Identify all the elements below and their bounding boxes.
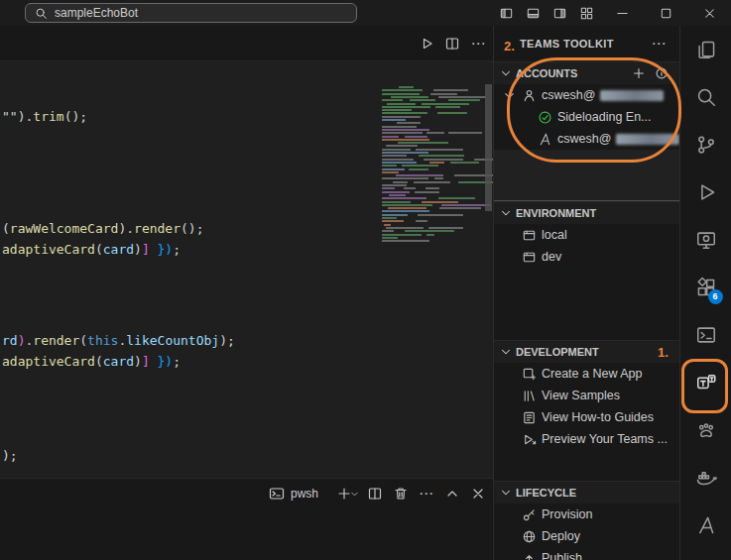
chevron-down-icon [502, 88, 517, 103]
publish-icon [522, 551, 537, 560]
activity-item-explorer[interactable] [680, 26, 731, 73]
maximize-button[interactable] [644, 0, 687, 26]
split-terminal-button[interactable] [362, 482, 387, 505]
chevron-down-icon [499, 486, 513, 500]
section-header-lifecycle[interactable]: LIFECYCLE [494, 481, 679, 504]
code-line: "").trim(); [2, 109, 87, 124]
minimap[interactable] [380, 84, 485, 247]
close-panel-button[interactable] [465, 482, 490, 505]
sidebar-sections: ACCOUNTScswesh@Sideloading En...cswesh@E… [494, 61, 679, 560]
toggle-secondary-sidebar-button[interactable] [547, 0, 573, 26]
explorer-icon [695, 39, 717, 60]
activity-item-terminal-panel[interactable] [680, 311, 731, 359]
run-file-button[interactable] [414, 31, 439, 56]
env-icon [522, 228, 537, 243]
development-item[interactable]: View Samples [494, 385, 679, 406]
item-label: Sideloading En... [557, 110, 652, 124]
maximize-panel-button[interactable] [439, 482, 464, 505]
close-button[interactable] [687, 0, 731, 26]
activity-item-azure[interactable] [680, 502, 731, 549]
section-body-spacer [494, 450, 679, 481]
code-line: (rawWelcomeCard).render(); [2, 221, 204, 236]
layout-bottom-icon [526, 6, 541, 21]
section-actions [632, 66, 669, 80]
section-body-spacer [494, 268, 679, 340]
lifecycle-item[interactable]: Deploy [494, 525, 679, 547]
accounts-item[interactable]: cswesh@ [494, 128, 679, 150]
environment-item[interactable]: dev [494, 246, 679, 268]
chevron-down-icon [499, 206, 513, 220]
azure-icon [695, 514, 717, 536]
teams-toolkit-icon [695, 372, 717, 393]
code-line: ); [2, 448, 18, 463]
kill-terminal-button[interactable] [388, 482, 413, 505]
activity-item-docker[interactable] [680, 454, 731, 502]
activity-item-teams-toolkit[interactable] [680, 359, 731, 406]
item-label: Publish [542, 551, 582, 560]
split-editor-icon [444, 36, 460, 52]
section-header-accounts[interactable]: ACCOUNTS [494, 61, 679, 84]
toggle-sidebar-button[interactable] [493, 0, 520, 26]
development-item[interactable]: View How-to Guides [494, 406, 679, 428]
editor-tab-bar: ⋯ [0, 26, 493, 61]
terminal-profile-dropdown[interactable] [348, 482, 361, 505]
lifecycle-item[interactable]: Provision [494, 504, 679, 525]
customize-layout-button[interactable] [573, 0, 600, 26]
pwsh-terminal-icon [269, 486, 285, 502]
annotation-step-2: 2. [504, 39, 515, 54]
item-label: Deploy [542, 529, 580, 543]
terminal-tab-pwsh[interactable]: pwsh [269, 486, 318, 502]
item-label: View Samples [542, 389, 620, 402]
title-bar: sampleEchoBot [0, 0, 731, 26]
section-label: ENVIRONMENT [516, 207, 596, 219]
command-center[interactable]: sampleEchoBot [25, 3, 357, 23]
item-label: Create a New App [542, 367, 642, 381]
info-icon[interactable] [655, 66, 669, 80]
activity-item-extensions[interactable]: 6 [680, 264, 731, 311]
teams-toolkit-sidebar: TEAMS TOOLKIT ⋯ ACCOUNTScswesh@Sideloadi… [493, 26, 679, 560]
activity-item-search[interactable] [680, 73, 731, 121]
section-header-development[interactable]: DEVELOPMENT [494, 340, 679, 363]
activity-item-remote-explorer[interactable] [680, 216, 731, 264]
paw-icon [695, 419, 717, 441]
minimize-button[interactable] [600, 0, 644, 26]
vscode-window: sampleEchoBot ⋯ "").trim();(rawWelcomeCa… [0, 0, 731, 560]
minimize-icon [615, 6, 630, 21]
sidebar-title: TEAMS TOOLKIT [520, 38, 614, 50]
code-line: adaptiveCard(card)] }); [2, 242, 181, 257]
environment-item[interactable]: local [494, 224, 679, 246]
command-center-text: sampleEchoBot [55, 6, 138, 20]
item-label: View How-to Guides [542, 410, 654, 424]
lifecycle-item[interactable]: Publish [494, 547, 679, 560]
terminal-panel: pwsh ⋯ [0, 478, 493, 560]
chevron-down-icon [349, 489, 360, 500]
editor-scrollbar[interactable] [485, 84, 492, 211]
add-icon[interactable] [632, 66, 646, 80]
chevron-down-icon [499, 66, 513, 80]
accounts-item[interactable]: Sideloading En... [494, 106, 679, 128]
split-editor-button[interactable] [439, 31, 465, 56]
layout-grid-icon [579, 6, 594, 21]
terminal-panel-icon [695, 324, 717, 346]
accounts-item[interactable]: cswesh@ [494, 84, 679, 106]
samples-icon [522, 389, 537, 403]
activity-item-paw[interactable] [680, 406, 731, 454]
development-item[interactable]: Create a New App [494, 363, 679, 385]
source-control-icon [695, 134, 717, 156]
sidebar-more-actions[interactable]: ⋯ [652, 35, 667, 53]
item-label: local [542, 228, 567, 242]
editor-more-actions[interactable]: ⋯ [465, 31, 491, 56]
extensions-badge: 6 [708, 289, 723, 304]
activity-item-source-control[interactable] [680, 121, 731, 168]
check-icon [538, 110, 552, 125]
toggle-panel-button[interactable] [520, 0, 547, 26]
preview-icon [522, 432, 537, 447]
development-item[interactable]: Preview Your Teams ... [494, 428, 679, 450]
code-editor[interactable]: "").trim();(rawWelcomeCard).render();ada… [0, 61, 493, 478]
section-header-environment[interactable]: ENVIRONMENT [494, 201, 679, 224]
new-app-icon [522, 367, 537, 382]
code-line: adaptiveCard(card)] }); [2, 354, 181, 369]
redacted-account-text [600, 90, 664, 101]
activity-item-run-debug[interactable] [680, 168, 731, 216]
terminal-more-actions[interactable]: ⋯ [414, 482, 438, 505]
